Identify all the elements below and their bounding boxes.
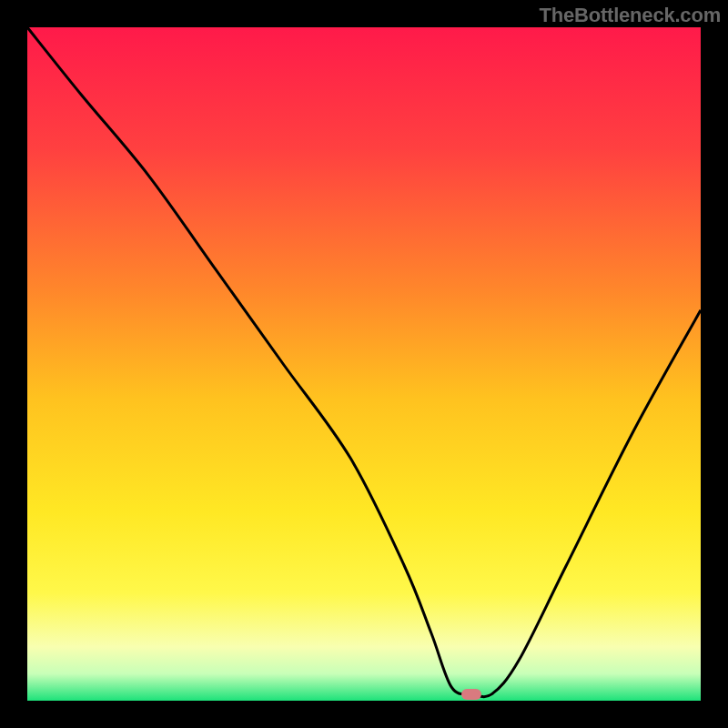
chart-frame: TheBottleneck.com bbox=[0, 0, 728, 728]
bottleneck-curve bbox=[27, 27, 701, 701]
curve-path bbox=[27, 27, 701, 697]
watermark-text: TheBottleneck.com bbox=[539, 4, 721, 27]
optimal-marker bbox=[461, 689, 481, 700]
